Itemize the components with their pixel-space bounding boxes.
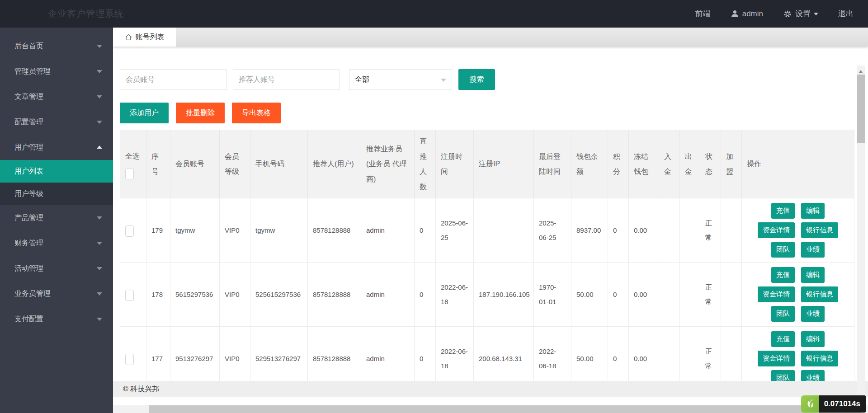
bank-info-button[interactable]: 银行信息 (801, 222, 838, 238)
app-title: 企业客户管理系统 (48, 0, 124, 28)
toolbar: 添加用户 批量删除 导出表格 (120, 103, 281, 123)
status-select[interactable]: 全部 (349, 69, 452, 90)
recharge-button[interactable]: 充值 (771, 331, 795, 347)
horizontal-scrollbar-thumb[interactable] (149, 405, 861, 413)
referrer-account-input[interactable] (233, 69, 340, 90)
sidebar-item-admin-mgmt[interactable]: 管理员管理 (0, 59, 113, 84)
cell-status: 正常 (700, 198, 721, 263)
username: admin (742, 9, 763, 19)
row-checkbox[interactable] (125, 290, 134, 301)
user-icon (731, 9, 739, 18)
cell-reg-ip: 187.190.166.105 (474, 263, 534, 327)
cell-balance: 50.00 (571, 263, 608, 327)
vertical-scrollbar[interactable] (857, 66, 865, 397)
edit-button[interactable]: 编辑 (801, 331, 825, 347)
settings-menu[interactable]: 设置 (783, 9, 818, 19)
user-menu[interactable]: admin (731, 9, 763, 19)
sidebar-item-home[interactable]: 后台首页 (0, 33, 113, 59)
performance-button[interactable]: 业绩 (801, 242, 825, 258)
logout-link[interactable]: 退出 (838, 9, 854, 19)
header-withdraw: 出金 (680, 130, 700, 198)
chevron-down-icon (97, 267, 102, 273)
sidebar-item-label: 产品管理 (14, 214, 43, 221)
cell-status: 正常 (700, 263, 721, 327)
header-salesman: 推荐业务员 (业务员 代理商) (361, 130, 415, 198)
recharge-button[interactable]: 充值 (771, 203, 795, 219)
recharge-button[interactable]: 充值 (771, 267, 795, 283)
performance-button[interactable]: 业绩 (801, 306, 825, 322)
sidebar-item-user-level[interactable]: 用户等级 (0, 183, 113, 205)
cell-phone: 525615297536 (250, 263, 308, 327)
sidebar-item-label: 财务管理 (14, 239, 43, 247)
chevron-down-icon (441, 79, 446, 84)
table-row: 178 5615297536 VIP0 525615297536 8578128… (120, 263, 854, 327)
team-button[interactable]: 团队 (771, 306, 795, 322)
member-account-input[interactable] (120, 69, 226, 90)
fund-detail-button[interactable]: 资金详情 (758, 351, 795, 366)
sidebar-item-config-mgmt[interactable]: 配置管理 (0, 109, 113, 135)
row-checkbox[interactable] (125, 225, 134, 237)
team-button[interactable]: 团队 (771, 242, 795, 258)
cell-level: VIP0 (220, 198, 250, 263)
sidebar-item-activity-mgmt[interactable]: 活动管理 (0, 256, 113, 281)
sidebar-item-user-list[interactable]: 用户列表 (0, 160, 113, 183)
settings-label: 设置 (795, 9, 811, 19)
cell-actions: 充值 编辑 资金详情 银行信息 团队 业绩 (742, 263, 854, 327)
chevron-down-icon (97, 121, 102, 127)
top-navbar: 企业客户管理系统 前端 admin 设置 退出 (0, 0, 868, 28)
sidebar-item-label: 支付配置 (14, 315, 43, 323)
header-referrer: 推荐人(用户) (308, 130, 361, 198)
gear-icon (783, 9, 792, 19)
cell-salesman: admin (361, 198, 415, 263)
frontend-link[interactable]: 前端 (695, 9, 711, 19)
header-direct-count: 直推人数 (415, 130, 436, 198)
chevron-down-icon (97, 242, 102, 248)
select-all-checkbox[interactable] (125, 168, 134, 179)
sidebar-item-label: 文章管理 (14, 93, 43, 100)
row-checkbox[interactable] (125, 354, 134, 365)
edit-button[interactable]: 编辑 (801, 267, 825, 283)
sidebar-item-product-mgmt[interactable]: 产品管理 (0, 205, 113, 230)
cell-deposit (659, 263, 680, 327)
sidebar-item-article-mgmt[interactable]: 文章管理 (0, 84, 113, 109)
frontend-label: 前端 (695, 9, 711, 19)
cell-account: 5615297536 (170, 263, 220, 327)
header-actions: 操作 (742, 130, 854, 198)
sidebar-item-salesman-mgmt[interactable]: 业务员管理 (0, 281, 113, 306)
tab-strip: 账号列表 (113, 28, 868, 47)
chevron-down-icon (97, 70, 102, 76)
cell-seq: 178 (146, 263, 170, 327)
cell-referrer: 8578128888 (308, 198, 361, 263)
sidebar-item-label: 业务员管理 (14, 290, 51, 297)
cell-reg-time: 2025-06-25 (436, 198, 474, 263)
chevron-down-icon (97, 318, 102, 324)
main-content: 全部 搜索 添加用户 批量删除 导出表格 全选 (113, 47, 868, 397)
cell-actions: 充值 编辑 资金详情 银行信息 团队 业绩 (742, 198, 854, 263)
export-table-button[interactable]: 导出表格 (232, 103, 281, 123)
edit-button[interactable]: 编辑 (801, 203, 825, 219)
header-label: 全选 (125, 149, 141, 164)
bank-info-button[interactable]: 银行信息 (801, 286, 838, 302)
add-user-button[interactable]: 添加用户 (120, 103, 169, 123)
cell-salesman: admin (361, 263, 415, 327)
sidebar-item-payment-config[interactable]: 支付配置 (0, 306, 113, 332)
sidebar-item-label: 配置管理 (14, 118, 43, 126)
search-button[interactable]: 搜索 (458, 69, 495, 90)
batch-delete-button[interactable]: 批量删除 (176, 103, 225, 123)
exec-time-label: 0.071014s (819, 395, 866, 413)
vertical-scrollbar-thumb[interactable] (857, 75, 865, 143)
tab-account-list[interactable]: 账号列表 (113, 28, 176, 47)
sidebar-item-user-mgmt[interactable]: 用户管理 (0, 135, 113, 160)
sidebar-item-label: 用户列表 (14, 167, 43, 175)
cell-last-login: 1970-01-01 (534, 263, 571, 327)
bank-info-button[interactable]: 银行信息 (801, 351, 838, 366)
cell-last-login: 2025-06-25 (534, 198, 571, 263)
cell-join (721, 263, 742, 327)
fund-detail-button[interactable]: 资金详情 (758, 286, 795, 302)
chevron-down-icon (97, 216, 102, 222)
filter-bar: 全部 搜索 (120, 69, 495, 90)
sidebar-item-finance-mgmt[interactable]: 财务管理 (0, 230, 113, 256)
fund-detail-button[interactable]: 资金详情 (758, 222, 795, 238)
horizontal-scrollbar[interactable] (113, 405, 868, 413)
user-table: 全选 序号 会员账号 会员等级 手机号码 推荐人(用户) 推荐业务员 (业务员 … (120, 130, 854, 397)
